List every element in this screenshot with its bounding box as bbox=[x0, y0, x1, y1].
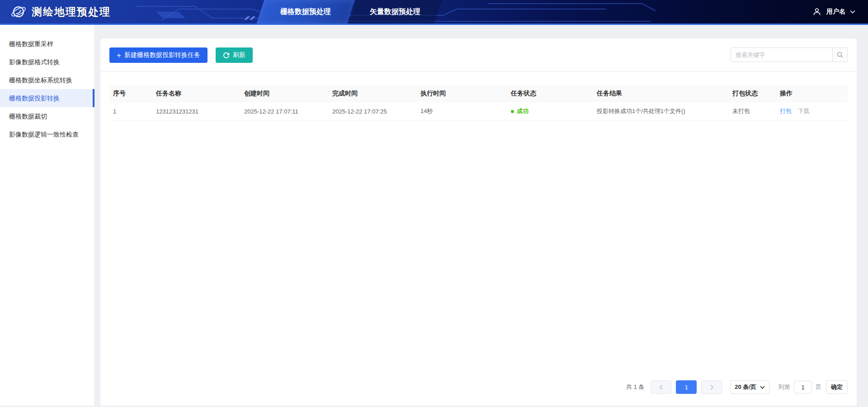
sidebar-item-image-logic-check[interactable]: 影像数据逻辑一致性检查 bbox=[0, 125, 94, 143]
chevron-right-icon bbox=[710, 384, 714, 390]
cell-finished: 2025-12-22 17:07:25 bbox=[329, 102, 417, 121]
cell-pack-status: 未打包 bbox=[729, 102, 776, 121]
search-input[interactable] bbox=[731, 47, 832, 62]
main-content: + 新建栅格数据投影转换任务 刷新 bbox=[95, 25, 868, 406]
prev-page-button[interactable] bbox=[651, 380, 671, 394]
app-logo: 测绘地理预处理 bbox=[10, 0, 111, 24]
pack-link[interactable]: 打包 bbox=[780, 108, 792, 114]
search-bar bbox=[731, 47, 848, 62]
goto-page-group: 到第 页 确定 bbox=[778, 380, 848, 394]
page-size-label: 20 条/页 bbox=[735, 383, 756, 391]
page-number-button[interactable]: 1 bbox=[676, 380, 697, 394]
top-tab-bar: 栅格数据预处理 矢量数据预处理 bbox=[260, 0, 438, 24]
tab-raster-label: 栅格数据预处理 bbox=[280, 7, 331, 17]
sidebar-item-raster-resample[interactable]: 栅格数据重采样 bbox=[0, 35, 94, 53]
sidebar: 栅格数据重采样 影像数据格式转换 栅格数据坐标系统转换 栅格数据投影转换 栅格数… bbox=[0, 25, 95, 406]
sidebar-item-raster-coordinate-convert[interactable]: 栅格数据坐标系统转换 bbox=[0, 71, 94, 89]
column-header-duration: 执行时间 bbox=[417, 85, 507, 102]
chevron-down-icon bbox=[850, 10, 855, 14]
cell-actions: 打包 下载 bbox=[776, 102, 848, 121]
next-page-button[interactable] bbox=[701, 380, 722, 394]
tab-raster-preprocessing[interactable]: 栅格数据预处理 bbox=[257, 0, 355, 24]
cell-duration: 14秒 bbox=[417, 102, 507, 121]
column-header-task-name: 任务名称 bbox=[152, 85, 241, 102]
user-name: 用户名 bbox=[826, 8, 845, 16]
toolbar-divider bbox=[100, 71, 857, 71]
column-header-index: 序号 bbox=[109, 85, 152, 102]
user-menu[interactable]: 用户名 bbox=[812, 0, 855, 24]
chevron-left-icon bbox=[659, 384, 663, 390]
pagination-total: 共 1 条 bbox=[626, 383, 644, 391]
chevron-down-icon bbox=[760, 386, 765, 389]
tab-vector-preprocessing[interactable]: 矢量数据预处理 bbox=[349, 0, 442, 24]
goto-suffix-label: 页 bbox=[816, 383, 821, 391]
cell-index: 1 bbox=[109, 102, 152, 121]
refresh-button[interactable]: 刷新 bbox=[216, 47, 253, 63]
sidebar-item-label: 栅格数据投影转换 bbox=[9, 95, 60, 102]
page-title: 测绘地理预处理 bbox=[32, 5, 111, 19]
cell-task-name: 1231231231231 bbox=[152, 102, 241, 121]
toolbar: + 新建栅格数据投影转换任务 刷新 bbox=[100, 38, 857, 71]
column-header-finished: 完成时间 bbox=[329, 85, 417, 102]
tab-vector-label: 矢量数据预处理 bbox=[370, 7, 420, 17]
sidebar-item-raster-clip[interactable]: 栅格数据裁切 bbox=[0, 107, 94, 125]
column-header-status: 任务状态 bbox=[507, 85, 593, 102]
column-header-actions: 操作 bbox=[776, 85, 848, 102]
sidebar-item-label: 影像数据逻辑一致性检查 bbox=[9, 131, 79, 138]
refresh-icon bbox=[223, 52, 230, 59]
page-size-select[interactable]: 20 条/页 bbox=[730, 380, 769, 394]
column-header-pack-status: 打包状态 bbox=[729, 85, 776, 102]
goto-confirm-button[interactable]: 确定 bbox=[826, 380, 848, 394]
search-button[interactable] bbox=[832, 47, 848, 62]
new-task-button[interactable]: + 新建栅格数据投影转换任务 bbox=[109, 47, 208, 63]
user-icon bbox=[812, 7, 822, 17]
app-header: 测绘地理预处理 栅格数据预处理 矢量数据预处理 用户名 bbox=[0, 0, 868, 25]
column-header-created: 创建时间 bbox=[241, 85, 329, 102]
download-link[interactable]: 下载 bbox=[798, 108, 810, 114]
task-table: 序号 任务名称 创建时间 完成时间 执行时间 任务状态 任务结果 打包状态 操作 bbox=[109, 85, 848, 121]
column-header-result: 任务结果 bbox=[593, 85, 729, 102]
refresh-button-label: 刷新 bbox=[233, 51, 245, 59]
sidebar-item-label: 栅格数据裁切 bbox=[9, 113, 47, 120]
cell-status: 成功 bbox=[507, 102, 593, 121]
sidebar-item-label: 影像数据格式转换 bbox=[9, 58, 60, 66]
cell-created: 2025-12-22 17:07:11 bbox=[241, 102, 329, 121]
app-logo-icon bbox=[10, 3, 27, 20]
new-task-button-label: 新建栅格数据投影转换任务 bbox=[124, 51, 200, 59]
content-card: + 新建栅格数据投影转换任务 刷新 bbox=[100, 38, 857, 406]
status-badge: 成功 bbox=[517, 107, 528, 115]
goto-page-input[interactable] bbox=[794, 381, 812, 393]
sidebar-item-label: 栅格数据重采样 bbox=[9, 40, 53, 47]
status-dot-icon bbox=[511, 110, 514, 113]
cell-result: 投影转换成功1个/共处理1个文件() bbox=[593, 102, 729, 121]
search-icon bbox=[836, 51, 844, 58]
sidebar-item-image-format-convert[interactable]: 影像数据格式转换 bbox=[0, 53, 94, 71]
table-row: 1 1231231231231 2025-12-22 17:07:11 2025… bbox=[109, 102, 848, 121]
pagination: 共 1 条 1 20 条/页 bbox=[100, 380, 857, 406]
table-header-row: 序号 任务名称 创建时间 完成时间 执行时间 任务状态 任务结果 打包状态 操作 bbox=[109, 85, 848, 102]
sidebar-item-label: 栅格数据坐标系统转换 bbox=[9, 76, 72, 84]
task-table-wrap: 序号 任务名称 创建时间 完成时间 执行时间 任务状态 任务结果 打包状态 操作 bbox=[109, 85, 848, 121]
goto-prefix-label: 到第 bbox=[778, 383, 790, 391]
sidebar-item-raster-projection-convert[interactable]: 栅格数据投影转换 bbox=[0, 89, 94, 107]
plus-icon: + bbox=[117, 52, 121, 59]
